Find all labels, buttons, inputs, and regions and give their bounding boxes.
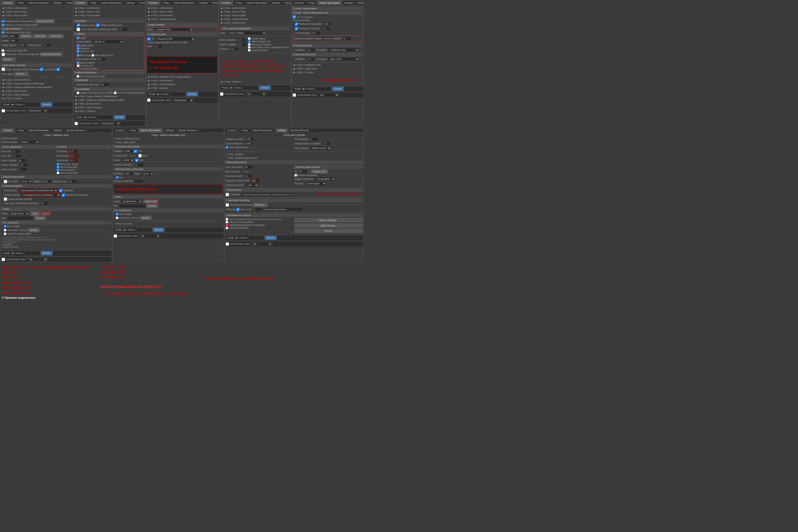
- activeshade-checkbox-3[interactable]: [147, 98, 151, 102]
- legacy-sun-checkbox[interactable]: [77, 92, 79, 94]
- secondary-rays-input[interactable]: [100, 82, 109, 87]
- image-aspect-input[interactable]: [18, 43, 27, 48]
- browse-auto-6-btn[interactable]: Browse: [28, 228, 40, 232]
- use-cam-path-7-checkbox[interactable]: [138, 154, 142, 157]
- menu-framebuffer-2[interactable]: ▶ V-Ray:: Frame buffer: [75, 14, 145, 17]
- mode-select-bottom-8[interactable]: Production: [226, 236, 239, 240]
- interp-input[interactable]: [19, 163, 29, 167]
- tab-settings-3[interactable]: Settings: [197, 1, 210, 5]
- menu-irradiance-map-5[interactable]: ▶ V-Ray:: Irradiance map: [292, 63, 363, 67]
- render-btn-7[interactable]: Render: [153, 228, 165, 232]
- browse-auto-7-btn[interactable]: Browse: [140, 216, 152, 220]
- max-depth-input[interactable]: [119, 27, 128, 32]
- pixel-aspect-input[interactable]: [42, 43, 51, 48]
- max-rate-input[interactable]: [13, 154, 22, 158]
- full-width-checkbox[interactable]: [226, 193, 229, 196]
- menu-auth-4[interactable]: ▶ V-Ray:: Authorization: [220, 6, 290, 10]
- mode-select-6[interactable]: Single frame: [8, 211, 30, 216]
- menu-color-mapping-3[interactable]: ▶ V-Ray:: Color mapping: [147, 82, 217, 86]
- menu-global-switches-3[interactable]: ▶ V-Ray:: Global switches: [147, 17, 217, 21]
- tab-common-1[interactable]: Common: [1, 1, 15, 5]
- tab-vray-3[interactable]: V-Ray: [161, 1, 172, 5]
- max-compatible-checkbox[interactable]: [226, 218, 228, 221]
- show-last-vfb-btn[interactable]: Show last VFB: [35, 19, 55, 23]
- menu-light-cache-7[interactable]: V-Ray:: Light cache: [114, 140, 223, 144]
- xi-input[interactable]: [298, 169, 307, 174]
- filter-type-select[interactable]: vRaySincFilter: [155, 37, 195, 41]
- tab-indirect-7[interactable]: Indirect Illumination: [138, 128, 163, 132]
- preset-input-8[interactable]: [248, 236, 264, 240]
- menu-about-1[interactable]: ▶ V-Ray:: About V-Ray: [2, 10, 72, 14]
- log-file-input[interactable]: [263, 207, 303, 211]
- check-sample-checkbox[interactable]: [4, 197, 7, 201]
- menu-about-3[interactable]: ▶ V-Ray:: About V-Ray: [147, 10, 217, 14]
- activeshade-checkbox-2[interactable]: [75, 122, 78, 125]
- menu-about-2[interactable]: ▶ V-Ray:: About V-Ray: [75, 10, 145, 14]
- min-rate-input[interactable]: [12, 149, 21, 153]
- menu-environment-3[interactable]: ▶ V-Ray:: Environment: [147, 79, 217, 82]
- preset-input-7[interactable]: [136, 228, 152, 232]
- dark-mult-input[interactable]: [237, 38, 246, 42]
- file-input-6[interactable]: [7, 216, 34, 220]
- save-rgb-checkbox[interactable]: [40, 68, 43, 71]
- contrast-input[interactable]: [321, 26, 330, 31]
- preset-input-5[interactable]: [315, 87, 331, 91]
- reverse-sequence-checkbox[interactable]: [294, 174, 297, 177]
- tab-settings-4[interactable]: Settings: [269, 1, 283, 5]
- reflective-checkbox[interactable]: [295, 22, 298, 26]
- mode-select-bottom-7[interactable]: Production: [114, 228, 127, 232]
- menu-environment-4[interactable]: ▶ V-Ray:: Environment: [220, 21, 290, 25]
- saturation-input[interactable]: [323, 22, 332, 26]
- menu-light-cache-5[interactable]: ▶ V-Ray:: Light cache: [292, 67, 363, 71]
- menu-image-sampler[interactable]: ▶ V-Ray:: Image sampler (Antialiasing): [2, 82, 72, 86]
- tab-common-5[interactable]: Common: [292, 1, 306, 5]
- view-select-7[interactable]: Top: [139, 234, 160, 238]
- menu-caustics-5[interactable]: ▶ V-Ray:: Caustics: [292, 71, 363, 74]
- vray-raw-checkbox[interactable]: [2, 49, 4, 52]
- file-input-7[interactable]: [119, 204, 146, 208]
- height-input[interactable]: [10, 39, 19, 43]
- show-samples-checkbox[interactable]: [57, 169, 59, 171]
- store-direct-checkbox[interactable]: [134, 150, 137, 153]
- browse-6-btn[interactable]: Browse: [34, 216, 46, 220]
- generate-preview-btn[interactable]: Generate preview: [40, 52, 62, 56]
- tab-render-elements-7[interactable]: Render Elements: [176, 128, 200, 132]
- render-btn-6[interactable]: Render: [41, 251, 53, 255]
- override-mtl-checkbox[interactable]: [77, 64, 79, 67]
- dist-thresh-input[interactable]: [70, 158, 79, 163]
- gi-on-checkbox[interactable]: [292, 15, 296, 19]
- activeshade-checkbox-7[interactable]: [114, 234, 117, 238]
- switch-to-saved-checkbox-6[interactable]: [4, 232, 6, 235]
- scale-select[interactable]: World: [121, 158, 134, 162]
- browse-split-btn[interactable]: Browse...: [14, 72, 28, 76]
- multiplier-primary-input[interactable]: [306, 48, 315, 52]
- menu-vray-system[interactable]: V-Ray:: System: [226, 152, 363, 156]
- tab-common-7[interactable]: Common: [113, 128, 127, 132]
- width-input[interactable]: [9, 34, 19, 38]
- menu-camera-3[interactable]: ▶ V-Ray:: Camera: [147, 86, 217, 90]
- tab-vray-6[interactable]: V-Ray: [15, 128, 26, 132]
- save-separate-checkbox[interactable]: [2, 68, 5, 71]
- mode-select-3[interactable]: Production: [147, 92, 160, 96]
- displacement-checkbox[interactable]: [77, 23, 80, 27]
- dynamic-memory-input[interactable]: [251, 178, 260, 183]
- render-btn-3[interactable]: Render: [187, 92, 198, 96]
- menu-image-sampler-2[interactable]: ▶ V-Ray:: Image sampler (Antialiasing): [75, 94, 145, 98]
- show-direct-checkbox[interactable]: [57, 166, 59, 168]
- activeshade-checkbox-1[interactable]: [2, 109, 5, 113]
- browse-vray-raw-btn[interactable]: Browse...: [2, 57, 15, 61]
- region-wh-btn[interactable]: Region W/H: [311, 169, 328, 174]
- default-lights-select[interactable]: Off with GI: [92, 40, 124, 44]
- filter-select[interactable]: None: [141, 172, 154, 176]
- preset-input-4[interactable]: [242, 86, 258, 90]
- tab-vray-2[interactable]: V-Ray: [88, 1, 99, 5]
- tab-common-3[interactable]: Common: [146, 1, 161, 5]
- mode-select-bottom-6[interactable]: Production: [2, 251, 15, 255]
- view-select-2[interactable]: Perspective: [99, 121, 121, 126]
- res-1600x1200-btn[interactable]: 1600x1200: [48, 34, 64, 38]
- menu-about-4[interactable]: ▶ V-Ray:: About V-Ray: [220, 10, 290, 14]
- contrast-base-input[interactable]: [311, 31, 321, 35]
- menu-irradiance-map-7[interactable]: V-Ray:: Irradiance map: [114, 137, 223, 140]
- menu-adaptive-sub[interactable]: ▶ V-Ray:: Adaptive subdivision image sam…: [2, 86, 72, 89]
- antialiasing-on-checkbox[interactable]: [147, 37, 151, 41]
